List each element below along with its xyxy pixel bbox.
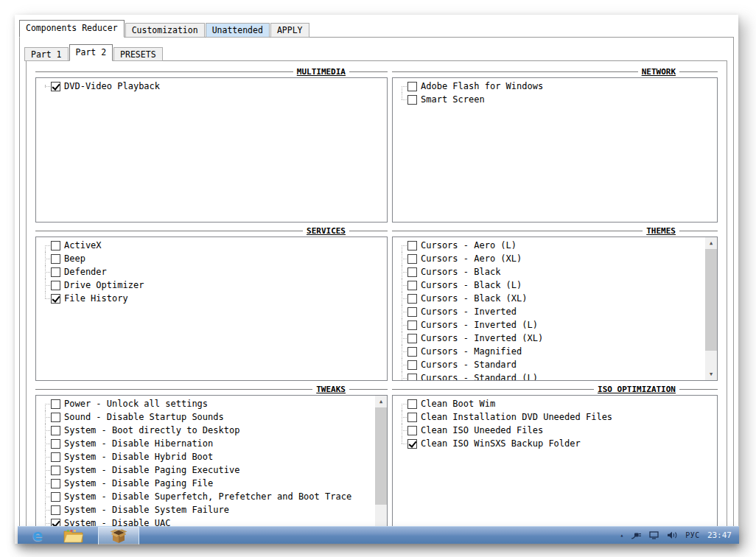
tree-item[interactable]: Clean ISO Uneeded Files xyxy=(399,424,717,437)
checkbox-unchecked[interactable] xyxy=(407,95,417,105)
power-plug-icon[interactable] xyxy=(631,531,642,539)
language-indicator[interactable]: РУС xyxy=(685,531,700,539)
checkbox-unchecked[interactable] xyxy=(407,334,417,343)
checkbox-unchecked[interactable] xyxy=(51,241,60,251)
scrollbar-thumb[interactable] xyxy=(705,249,717,351)
multimedia-tree: DVD-Video Playback xyxy=(35,77,388,223)
tab-unattended[interactable]: Unattended xyxy=(206,23,270,38)
tab-apply[interactable]: APPLY xyxy=(270,23,309,38)
tree-item[interactable]: System - Disable Paging Executive xyxy=(42,463,374,477)
checkbox-unchecked[interactable] xyxy=(51,492,60,502)
scrollbar-track[interactable] xyxy=(705,351,717,368)
checkbox-unchecked[interactable] xyxy=(51,479,60,488)
checkbox-checked[interactable] xyxy=(51,82,60,91)
checkbox-unchecked[interactable] xyxy=(407,426,417,435)
scrollbar-up-button[interactable]: ▲ xyxy=(375,396,387,407)
legend-line xyxy=(349,231,388,231)
tree-connector xyxy=(42,410,51,424)
taskbar-app-box-button[interactable] xyxy=(98,527,139,544)
vertical-scrollbar[interactable]: ▲▼ xyxy=(705,237,717,380)
tree-connector xyxy=(399,305,407,318)
tree-item[interactable]: Smart Screen xyxy=(399,93,717,106)
system-tray: ▴ РУС 23:47 xyxy=(620,530,732,540)
tree-item[interactable]: Cursors - Inverted (L) xyxy=(399,318,704,332)
tray-overflow-icon[interactable]: ▴ xyxy=(620,533,623,539)
tree-item[interactable]: Clean ISO WinSXS Backup Folder xyxy=(399,437,717,450)
checkbox-unchecked[interactable] xyxy=(407,360,417,370)
tree-item[interactable]: System - Boot directly to Desktop xyxy=(42,424,374,437)
tree-item[interactable]: DVD-Video Playback xyxy=(42,80,387,93)
tab-customization[interactable]: Customization xyxy=(125,23,205,38)
checkbox-unchecked[interactable] xyxy=(51,281,60,290)
checkbox-unchecked[interactable] xyxy=(51,466,60,475)
subtab-presets[interactable]: PRESETS xyxy=(113,47,162,61)
tree-item[interactable]: Cursors - Standard xyxy=(399,358,704,371)
checkbox-unchecked[interactable] xyxy=(51,452,60,462)
checkbox-unchecked[interactable] xyxy=(51,267,60,277)
checkbox-unchecked[interactable] xyxy=(407,254,417,264)
checkbox-unchecked[interactable] xyxy=(51,399,60,409)
tree-item[interactable]: File History xyxy=(42,292,387,305)
tree-item[interactable]: Cursors - Black xyxy=(399,265,704,278)
checkbox-unchecked[interactable] xyxy=(51,439,60,449)
legend-line xyxy=(349,389,388,390)
tree-item[interactable]: System - Disable Hybrid Boot xyxy=(42,450,374,463)
tree-item[interactable]: System - Disable Paging File xyxy=(42,477,374,490)
tree-item[interactable]: System - Disable Superfetch, Prefetcher … xyxy=(42,490,374,503)
tree-item[interactable]: Defender xyxy=(42,265,387,278)
section-tweaks: TWEAKSPower - Unlock all settingsSound -… xyxy=(35,383,388,533)
tree-item[interactable]: Sound - Disable Startup Sounds xyxy=(42,410,374,424)
checkbox-unchecked[interactable] xyxy=(407,241,417,251)
checkbox-unchecked[interactable] xyxy=(407,347,417,357)
tree-item[interactable]: System - Disable System Failure xyxy=(42,503,374,516)
tree-item[interactable]: Clean Boot Wim xyxy=(399,397,717,410)
tree-item[interactable]: Cursors - Inverted xyxy=(399,305,704,318)
checkbox-unchecked[interactable] xyxy=(407,374,417,382)
scrollbar-thumb[interactable] xyxy=(375,407,387,505)
tree-item[interactable]: Power - Unlock all settings xyxy=(42,397,374,410)
checkbox-checked[interactable] xyxy=(407,439,417,449)
network-display-icon[interactable] xyxy=(649,531,659,539)
tree-item[interactable]: ActiveX xyxy=(42,239,387,252)
checkbox-unchecked[interactable] xyxy=(407,294,417,304)
tree-connector xyxy=(42,292,51,305)
tree-item[interactable]: Clean Installation DVD Uneeded Files xyxy=(399,410,717,424)
subtab-part-1[interactable]: Part 1 xyxy=(24,47,69,61)
speaker-icon[interactable] xyxy=(667,531,678,539)
tree-item[interactable]: Cursors - Aero (L) xyxy=(399,239,704,252)
sub-tab-page: MULTIMEDIADVD-Video PlaybackNETWORKAdobe… xyxy=(26,60,727,533)
tree-item[interactable]: System - Disable Hibernation xyxy=(42,437,374,450)
checkbox-unchecked[interactable] xyxy=(51,505,60,515)
checkbox-unchecked[interactable] xyxy=(407,320,417,330)
taskbar-internet-explorer-button[interactable]: e xyxy=(27,527,49,544)
vertical-scrollbar[interactable]: ▲▼ xyxy=(375,396,387,533)
checkbox-unchecked[interactable] xyxy=(407,82,417,91)
section-legend: THEMES xyxy=(392,225,718,236)
tree-item[interactable]: Cursors - Aero (XL) xyxy=(399,252,704,265)
checkbox-unchecked[interactable] xyxy=(51,426,60,435)
scrollbar-down-button[interactable]: ▼ xyxy=(705,368,717,380)
checkbox-unchecked[interactable] xyxy=(407,281,417,290)
subtab-part-2[interactable]: Part 2 xyxy=(69,44,113,61)
tab-components-reducer[interactable]: Components Reducer xyxy=(19,20,125,38)
clock[interactable]: 23:47 xyxy=(707,530,732,540)
tree-item[interactable]: Beep xyxy=(42,252,387,265)
taskbar-file-explorer-button[interactable] xyxy=(57,527,89,544)
checkbox-unchecked[interactable] xyxy=(407,307,417,317)
section-title-tweaks: TWEAKS xyxy=(312,385,349,394)
tree-item[interactable]: Cursors - Black (XL) xyxy=(399,292,704,305)
checkbox-unchecked[interactable] xyxy=(51,413,60,422)
tree-item[interactable]: Adobe Flash for Windows xyxy=(399,80,717,93)
tree-item[interactable]: Drive Optimizer xyxy=(42,278,387,292)
checkbox-unchecked[interactable] xyxy=(51,254,60,264)
tree-item[interactable]: Cursors - Inverted (XL) xyxy=(399,332,704,345)
checkbox-unchecked[interactable] xyxy=(407,399,417,409)
tree-item[interactable]: Cursors - Magnified xyxy=(399,345,704,358)
checkbox-checked[interactable] xyxy=(51,294,60,304)
checkbox-unchecked[interactable] xyxy=(407,267,417,277)
tree-item[interactable]: Cursors - Black (L) xyxy=(399,278,704,292)
scrollbar-up-button[interactable]: ▲ xyxy=(705,237,717,249)
tree-item-label: File History xyxy=(64,293,128,304)
checkbox-unchecked[interactable] xyxy=(407,413,417,422)
tree-item[interactable]: Cursors - Standard (L) xyxy=(399,371,704,381)
